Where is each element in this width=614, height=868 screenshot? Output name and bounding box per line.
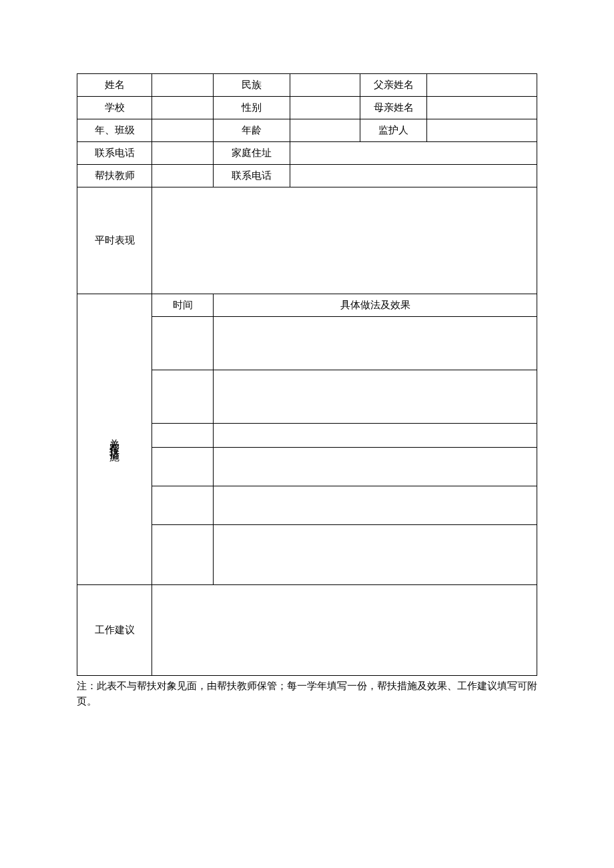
row-name: 姓名 民族 父亲姓名 (77, 74, 537, 97)
row-teacher: 帮扶教师 联系电话 (77, 165, 537, 187)
row-grade: 年、班级 年龄 监护人 (77, 119, 537, 142)
value-suggestions[interactable] (152, 585, 537, 676)
value-teacher-phone[interactable] (290, 165, 537, 187)
measure-4-time[interactable] (152, 448, 214, 486)
measure-2-method[interactable] (214, 370, 537, 424)
value-guardian[interactable] (427, 119, 537, 142)
label-name: 姓名 (77, 74, 152, 97)
value-performance[interactable] (152, 187, 537, 294)
label-teacher-phone: 联系电话 (214, 165, 290, 187)
value-mother-name[interactable] (427, 97, 537, 119)
header-method: 具体做法及效果 (214, 294, 537, 317)
label-father-name: 父亲姓名 (360, 74, 427, 97)
label-gender: 性别 (214, 97, 290, 119)
value-phone[interactable] (152, 142, 214, 165)
row-measures-header: 关爱帮扶措施 时间 具体做法及效果 (77, 294, 537, 317)
measure-3-time[interactable] (152, 424, 214, 448)
label-grade: 年、班级 (77, 119, 152, 142)
measure-6-time[interactable] (152, 525, 214, 585)
measure-3-method[interactable] (214, 424, 537, 448)
value-address[interactable] (290, 142, 537, 165)
assistance-form-table: 姓名 民族 父亲姓名 学校 性别 母亲姓名 年、班级 年龄 监护人 联系电话 家… (77, 73, 537, 676)
measure-1-time[interactable] (152, 317, 214, 370)
label-teacher: 帮扶教师 (77, 165, 152, 187)
label-mother-name: 母亲姓名 (360, 97, 427, 119)
label-school: 学校 (77, 97, 152, 119)
value-age[interactable] (290, 119, 360, 142)
label-suggestions: 工作建议 (77, 585, 152, 676)
measure-5-time[interactable] (152, 486, 214, 525)
measure-6-method[interactable] (214, 525, 537, 585)
label-measures-text: 关爱帮扶措施 (108, 430, 121, 446)
value-school[interactable] (152, 97, 214, 119)
value-teacher[interactable] (152, 165, 214, 187)
row-phone: 联系电话 家庭住址 (77, 142, 537, 165)
label-guardian: 监护人 (360, 119, 427, 142)
measure-2-time[interactable] (152, 370, 214, 424)
label-measures: 关爱帮扶措施 (77, 294, 152, 585)
label-performance: 平时表现 (77, 187, 152, 294)
value-gender[interactable] (290, 97, 360, 119)
label-ethnicity: 民族 (214, 74, 290, 97)
footnote: 注：此表不与帮扶对象见面，由帮扶教师保管；每一学年填写一份，帮扶措施及效果、工作… (77, 679, 537, 709)
value-grade[interactable] (152, 119, 214, 142)
value-father-name[interactable] (427, 74, 537, 97)
row-school: 学校 性别 母亲姓名 (77, 97, 537, 119)
measure-4-method[interactable] (214, 448, 537, 486)
label-address: 家庭住址 (214, 142, 290, 165)
label-phone: 联系电话 (77, 142, 152, 165)
value-ethnicity[interactable] (290, 74, 360, 97)
row-suggestions: 工作建议 (77, 585, 537, 676)
measure-1-method[interactable] (214, 317, 537, 370)
label-age: 年龄 (214, 119, 290, 142)
header-time: 时间 (152, 294, 214, 317)
row-performance: 平时表现 (77, 187, 537, 294)
value-name[interactable] (152, 74, 214, 97)
measure-5-method[interactable] (214, 486, 537, 525)
